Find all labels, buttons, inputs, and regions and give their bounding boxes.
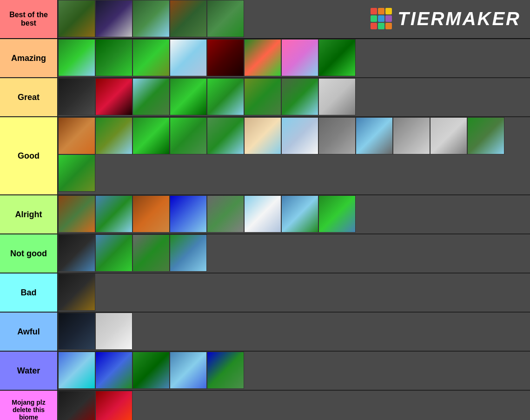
tier-item (281, 117, 318, 154)
tier-item (393, 117, 430, 154)
tier-label-great: Great (0, 78, 58, 116)
header: Best of the best TiERMAKER (0, 0, 530, 39)
tier-item (244, 117, 281, 154)
tier-row-notgood: Not good (0, 234, 530, 273)
tier-item (207, 352, 244, 389)
tier-item (356, 117, 393, 154)
tier-row-great: Great (0, 78, 530, 117)
tier-item (207, 117, 244, 154)
tier-item (58, 154, 95, 192)
tier-item (132, 234, 170, 272)
tier-label-best: Best of the best (0, 0, 58, 38)
tier-item (132, 39, 170, 76)
tier-items-bad (58, 273, 530, 312)
tier-item (58, 0, 95, 37)
tier-item (207, 195, 244, 233)
tier-item (207, 0, 244, 37)
tier-item (58, 313, 95, 350)
tier-item (95, 117, 132, 154)
tier-row-awful: Awful (0, 313, 530, 352)
tier-items-notgood (58, 234, 530, 273)
tier-item (170, 195, 207, 233)
tier-item (170, 352, 207, 389)
tier-item (430, 117, 467, 154)
tier-label-awful: Awful (0, 313, 58, 351)
tier-label-good: Good (0, 117, 58, 194)
tier-item (95, 234, 132, 272)
tier-item (58, 39, 95, 76)
tiermaker-logo: TiERMAKER (361, 0, 530, 37)
tier-item (95, 391, 132, 420)
tier-item (95, 313, 132, 350)
tier-item (244, 195, 281, 233)
tier-row-bad: Bad (0, 273, 530, 313)
tier-item (58, 234, 95, 272)
tier-item (95, 78, 132, 115)
tier-item (132, 78, 170, 115)
tier-item (58, 117, 95, 154)
tier-items-good (58, 117, 530, 194)
tier-item (132, 352, 170, 389)
tier-item (318, 78, 356, 115)
tier-item (170, 0, 207, 37)
tier-item (58, 391, 95, 420)
tier-item (207, 39, 244, 76)
tier-item (244, 78, 281, 115)
tier-item (318, 117, 356, 154)
tier-item (170, 117, 207, 154)
tier-row-good: Good (0, 117, 530, 195)
tier-item (318, 39, 356, 76)
tier-items-amazing (58, 39, 530, 77)
tier-items-great (58, 78, 530, 116)
tier-item (95, 195, 132, 233)
tier-row-amazing: Amazing (0, 39, 530, 78)
tier-item (132, 195, 170, 233)
tier-item (95, 0, 132, 37)
tier-label-amazing: Amazing (0, 39, 58, 77)
tier-item (58, 352, 95, 389)
tier-item (132, 0, 170, 37)
tier-label-bad: Bad (0, 273, 58, 312)
tier-label-water: Water (0, 352, 58, 390)
tier-row-water: Water (0, 352, 530, 391)
tier-item (95, 352, 132, 389)
tier-item (58, 78, 95, 115)
tier-label-notgood: Not good (0, 234, 58, 273)
tier-item (467, 117, 504, 154)
tier-item (281, 195, 318, 233)
tier-item (318, 195, 356, 233)
tier-item (244, 39, 281, 76)
tier-item (281, 78, 318, 115)
tier-item (95, 39, 132, 76)
tier-items-water (58, 352, 530, 390)
tier-row-mojang: Mojang plz delete this biome (0, 391, 530, 420)
tier-item (58, 273, 95, 311)
tier-label-alright: Alright (0, 195, 58, 233)
tier-item (132, 117, 170, 154)
tier-items-alright (58, 195, 530, 233)
tier-items-mojang (58, 391, 530, 420)
tier-item (207, 78, 244, 115)
tier-item (170, 234, 207, 272)
tier-item (58, 195, 95, 233)
tiermaker-title: TiERMAKER (398, 8, 521, 29)
tier-row-alright: Alright (0, 195, 530, 234)
tier-items-awful (58, 313, 530, 351)
tier-item (170, 78, 207, 115)
tier-item (170, 39, 207, 76)
tier-label-mojang: Mojang plz delete this biome (0, 391, 58, 420)
tier-item (281, 39, 318, 76)
logo-grid (371, 8, 392, 29)
